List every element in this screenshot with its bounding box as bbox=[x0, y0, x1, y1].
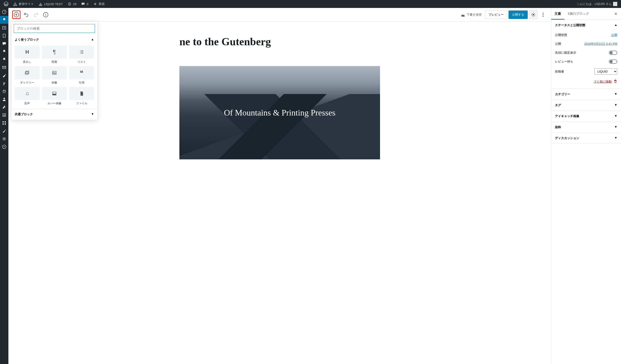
audio-icon: ♫ bbox=[15, 87, 40, 100]
appearance-icon[interactable] bbox=[0, 71, 8, 79]
users-icon[interactable] bbox=[0, 95, 8, 103]
new-content[interactable]: 新規 bbox=[91, 0, 107, 8]
panel-featured-image[interactable]: アイキャッチ画像▼ bbox=[551, 111, 621, 121]
block-quote[interactable]: ❝引用 bbox=[69, 66, 94, 85]
cover-block[interactable]: Of Mountains & Printing Presses bbox=[179, 66, 380, 159]
chevron-down-icon: ▼ bbox=[614, 92, 617, 96]
chevron-down-icon: ▼ bbox=[614, 125, 617, 129]
plugins-icon[interactable] bbox=[0, 87, 8, 95]
svg-rect-23 bbox=[52, 71, 56, 74]
tab-document[interactable]: 文書 bbox=[551, 8, 564, 20]
site-name[interactable]: LIQUID TEST bbox=[37, 0, 65, 8]
pending-toggle[interactable] bbox=[609, 59, 617, 64]
block-list[interactable]: リスト bbox=[69, 46, 94, 64]
block-inserter-toggle[interactable] bbox=[12, 11, 20, 19]
tab-block[interactable]: 1個のブロック bbox=[564, 8, 592, 20]
block-search-input[interactable] bbox=[14, 24, 95, 33]
trash-icon bbox=[614, 79, 617, 84]
panel-excerpt[interactable]: 抜粋▼ bbox=[551, 122, 621, 133]
chevron-up-icon: ▲ bbox=[614, 23, 617, 27]
site-name-label: LIQUID TEST bbox=[44, 2, 63, 6]
svg-rect-21 bbox=[25, 72, 28, 74]
avatar bbox=[613, 2, 617, 6]
export-icon[interactable] bbox=[0, 111, 8, 119]
tools-icon[interactable] bbox=[0, 103, 8, 111]
undo-button[interactable] bbox=[22, 11, 30, 19]
chevron-down-icon: ▼ bbox=[91, 112, 94, 116]
gallery-icon bbox=[15, 66, 40, 79]
y-icon[interactable]: y bbox=[0, 79, 8, 87]
wp-logo[interactable] bbox=[2, 0, 10, 8]
svg-point-3 bbox=[4, 27, 5, 28]
visibility-value[interactable]: 公開 bbox=[611, 33, 617, 37]
svg-rect-8 bbox=[2, 121, 4, 122]
sticky-label: 先頭に固定表示 bbox=[555, 51, 576, 55]
inserter-frequent-header[interactable]: よく使うブロック ▲ bbox=[11, 35, 97, 44]
image-icon bbox=[42, 66, 67, 79]
media-icon[interactable] bbox=[0, 24, 8, 32]
dashboard-icon[interactable] bbox=[0, 8, 8, 16]
updates[interactable]: 29 bbox=[66, 0, 78, 8]
pin3-icon[interactable] bbox=[0, 55, 8, 64]
publish-date[interactable]: 2018年8月21日 3:41 PM bbox=[584, 42, 617, 46]
svg-rect-10 bbox=[2, 123, 4, 125]
svg-point-12 bbox=[3, 138, 5, 139]
comments-count: 0 bbox=[86, 2, 88, 6]
svg-rect-9 bbox=[5, 121, 6, 122]
list-icon bbox=[69, 46, 94, 59]
block-paragraph[interactable]: ¶段落 bbox=[42, 46, 67, 64]
post-subtitle bbox=[179, 51, 380, 57]
svg-rect-22 bbox=[26, 71, 29, 73]
block-inserter-popover: よく使うブロック ▲ H見出し ¶段落 リスト ギャラリー 画像 ❝引用 ♫音声… bbox=[11, 21, 98, 120]
panel-discussion[interactable]: ディスカッション▼ bbox=[551, 133, 621, 143]
settings-toggle[interactable] bbox=[529, 11, 537, 19]
file-icon bbox=[69, 87, 94, 100]
account-greeting[interactable]: こんにちは、LIQUID さん bbox=[575, 0, 619, 8]
settings-icon[interactable] bbox=[0, 135, 8, 143]
my-sites[interactable]: 参加サイト bbox=[11, 0, 36, 8]
panel-tags[interactable]: タグ▼ bbox=[551, 100, 621, 111]
block-gallery[interactable]: ギャラリー bbox=[15, 66, 40, 85]
preview-button[interactable]: プレビュー bbox=[485, 11, 507, 19]
settings-sidebar: 文書 1個のブロック ✕ ステータスと公開状態 ▲ 公開状態 公開 公開 201… bbox=[551, 8, 621, 364]
comments[interactable]: 0 bbox=[79, 0, 90, 8]
my-sites-label: 参加サイト bbox=[19, 2, 34, 6]
grid-icon[interactable] bbox=[0, 119, 8, 127]
chevron-down-icon: ▼ bbox=[614, 136, 617, 140]
redo-button[interactable] bbox=[32, 11, 40, 19]
collapse-icon[interactable] bbox=[0, 143, 8, 151]
author-select[interactable]: LIQUID bbox=[594, 68, 617, 75]
admin-menu-collapsed: y bbox=[0, 8, 8, 364]
pages-icon[interactable] bbox=[0, 32, 8, 40]
cover-text[interactable]: Of Mountains & Printing Presses bbox=[224, 108, 335, 118]
close-sidebar[interactable]: ✕ bbox=[610, 9, 621, 19]
block-heading[interactable]: H見出し bbox=[15, 46, 40, 64]
mail-icon[interactable] bbox=[0, 64, 8, 71]
block-cover[interactable]: カバー画像 bbox=[42, 87, 67, 105]
status-panel-header[interactable]: ステータスと公開状態 ▲ bbox=[551, 20, 621, 31]
frequent-blocks-grid: H見出し ¶段落 リスト ギャラリー 画像 ❝引用 ♫音声 カバー画像 ファイル bbox=[11, 44, 97, 109]
block-image[interactable]: 画像 bbox=[42, 66, 67, 85]
post-title[interactable]: ne to the Gutenberg bbox=[179, 35, 380, 48]
save-draft-button[interactable]: 下書き保存 bbox=[459, 13, 483, 17]
panel-categories[interactable]: カテゴリー▼ bbox=[551, 89, 621, 100]
pin-icon[interactable] bbox=[0, 16, 8, 24]
comments-menu-icon[interactable] bbox=[0, 40, 8, 48]
inserter-common-header[interactable]: 共通ブロック ▼ bbox=[11, 109, 97, 120]
sticky-toggle[interactable] bbox=[609, 51, 617, 55]
quote-icon: ❝ bbox=[69, 66, 94, 79]
admin-bar: 参加サイト LIQUID TEST 29 0 新規 こんにちは、LIQUID さ… bbox=[0, 0, 621, 8]
publish-button[interactable]: 公開する bbox=[509, 11, 528, 19]
info-button[interactable] bbox=[42, 11, 50, 19]
trash-link[interactable]: ゴミ箱に移動 bbox=[593, 80, 612, 84]
svg-point-16 bbox=[46, 13, 46, 14]
updates-count: 29 bbox=[73, 2, 76, 6]
block-audio[interactable]: ♫音声 bbox=[15, 87, 40, 105]
more-menu[interactable] bbox=[539, 11, 547, 19]
block-file[interactable]: ファイル bbox=[69, 87, 94, 105]
svg-point-17 bbox=[533, 14, 534, 15]
svg-point-6 bbox=[3, 98, 5, 99]
svg-point-20 bbox=[543, 16, 544, 17]
edit-icon[interactable] bbox=[0, 127, 8, 135]
pin2-icon[interactable] bbox=[0, 48, 8, 55]
